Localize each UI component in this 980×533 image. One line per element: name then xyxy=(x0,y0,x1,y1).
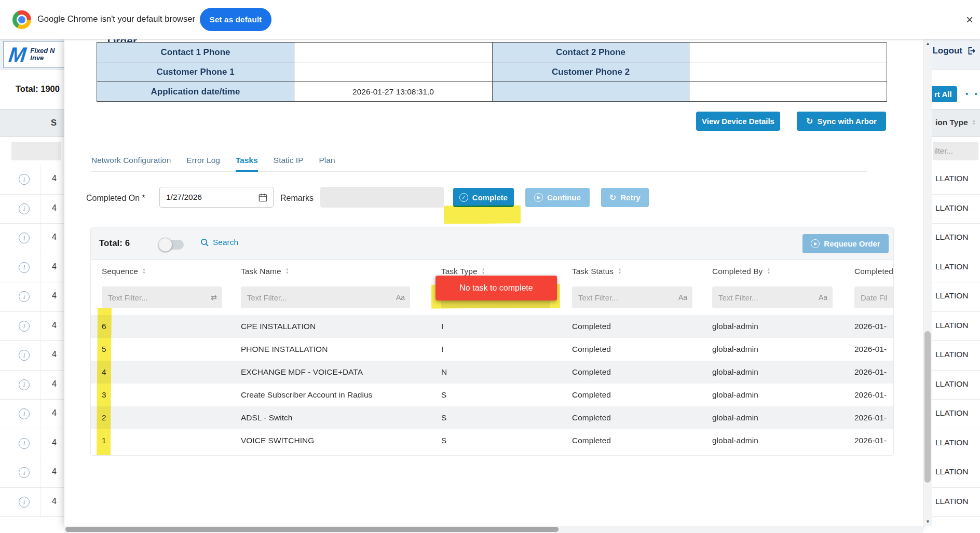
task-row[interactable]: 6 CPE INSTALLATION I Completed global-ad… xyxy=(91,315,893,338)
info-icon[interactable]: i xyxy=(19,497,30,508)
task-status: Completed xyxy=(561,361,701,384)
column-header-completed-by[interactable]: Completed By▲▼ xyxy=(701,260,843,282)
task-completed-on: 2026-01- xyxy=(843,406,894,429)
column-header-task-name[interactable]: Task Name▲▼ xyxy=(230,260,430,282)
play-icon: ▶ xyxy=(811,239,820,248)
chrome-icon xyxy=(12,10,31,29)
tab-bar: Network Configuration Error Log Tasks St… xyxy=(91,156,867,172)
horizontal-scrollbar-thumb[interactable] xyxy=(65,527,559,532)
complete-button[interactable]: ✓ Complete xyxy=(453,188,514,207)
background-cell-left: 4 xyxy=(52,203,57,213)
background-cell-left: 4 xyxy=(52,321,57,330)
background-cell-left: 4 xyxy=(52,467,57,476)
task-row[interactable]: 5 PHONE INSTALLATION I Completed global-… xyxy=(91,338,893,361)
background-cell-left: 4 xyxy=(52,497,57,506)
view-device-details-button[interactable]: View Device Details xyxy=(696,112,780,131)
info-icon[interactable]: i xyxy=(19,438,30,449)
continue-button[interactable]: ▶ Continue xyxy=(525,188,590,207)
background-cell-left: 4 xyxy=(52,438,57,447)
export-all-button[interactable]: rt All xyxy=(929,86,957,102)
info-icon[interactable]: i xyxy=(19,408,30,419)
filter-options-icon[interactable]: ⇄ xyxy=(211,293,217,302)
highlight-complete-button xyxy=(444,205,521,224)
tab-error-log[interactable]: Error Log xyxy=(186,156,220,172)
search-icon xyxy=(200,238,209,247)
background-filter-input-right[interactable]: ilter... xyxy=(933,142,978,160)
filter-completed-by[interactable]: Text Filter...Aa xyxy=(712,286,833,308)
filter-toggle[interactable] xyxy=(160,240,184,250)
task-sequence: 2 xyxy=(91,406,230,429)
retry-button[interactable]: ↻ Retry xyxy=(601,188,649,207)
background-cell-right: LLATION xyxy=(935,262,968,271)
column-header-sequence[interactable]: Sequence▲▼ xyxy=(91,260,230,282)
sync-icon: ↻ xyxy=(806,117,813,126)
filter-task-name[interactable]: Text Filter...Aa xyxy=(241,286,410,308)
completed-on-input[interactable]: 1/27/2026 xyxy=(159,187,274,208)
detail-label: Customer Phone 1 xyxy=(97,62,294,82)
menu-dots-icon[interactable]: • • xyxy=(965,89,979,98)
task-sequence: 1 xyxy=(91,429,230,452)
tab-network-configuration[interactable]: Network Configuration xyxy=(91,156,171,172)
sync-with-arbor-button[interactable]: ↻ Sync with Arbor xyxy=(797,112,886,131)
set-as-default-button[interactable]: Set as default xyxy=(200,8,271,31)
order-modal: Order Contact 1 Phone Contact 2 Phone Cu… xyxy=(64,39,923,526)
task-status: Completed xyxy=(561,384,701,406)
filter-task-status[interactable]: Text Filter...Aa xyxy=(572,286,692,308)
info-icon[interactable]: i xyxy=(19,233,30,243)
background-cell-right: LLATION xyxy=(935,379,968,389)
column-header-completed-on[interactable]: Completed▲▼ xyxy=(843,260,894,282)
close-icon[interactable]: × xyxy=(960,10,979,29)
vertical-scrollbar[interactable]: ▲ ▼ xyxy=(923,39,932,526)
info-icon[interactable]: i xyxy=(19,203,30,214)
filter-sequence[interactable]: Text Filter...⇄ xyxy=(102,286,222,308)
task-sequence: 5 xyxy=(91,338,230,361)
background-cell-right: LLATION xyxy=(935,203,968,213)
task-sequence: 6 xyxy=(91,315,230,338)
tab-tasks[interactable]: Tasks xyxy=(236,156,258,172)
task-completed-on: 2026-01- xyxy=(843,361,894,384)
task-row[interactable]: 1 VOICE SWITCHING S Completed global-adm… xyxy=(91,429,893,452)
retry-icon: ↻ xyxy=(609,194,616,202)
task-status: Completed xyxy=(561,315,701,338)
remarks-input[interactable] xyxy=(320,187,444,208)
filter-completed-on[interactable]: Date Fil xyxy=(854,286,894,308)
tab-static-ip[interactable]: Static IP xyxy=(274,156,304,172)
tab-plan[interactable]: Plan xyxy=(319,156,335,172)
vertical-scrollbar-thumb[interactable] xyxy=(924,331,931,483)
task-status: Completed xyxy=(561,429,701,452)
background-cell-left: 4 xyxy=(52,262,57,271)
search-button[interactable]: Search xyxy=(200,238,238,247)
tasks-total: Total: 6 xyxy=(99,238,130,249)
task-completed-by: global-admin xyxy=(701,361,843,384)
column-header-task-status[interactable]: Task Status▲▼ xyxy=(561,260,701,282)
task-row[interactable]: 3 Create Subscriber Account in Radius S … xyxy=(91,384,893,406)
background-filter-input-left[interactable] xyxy=(11,142,61,160)
task-row[interactable]: 2 ADSL - Switch S Completed global-admin… xyxy=(91,406,893,429)
background-column-header-right[interactable]: ion Type ▲▼ xyxy=(935,118,976,127)
scroll-up-arrow-icon[interactable]: ▲ xyxy=(923,41,932,46)
info-icon[interactable]: i xyxy=(19,379,30,390)
task-completed-by: global-admin xyxy=(701,338,843,361)
detail-value xyxy=(294,62,493,82)
horizontal-scrollbar[interactable] xyxy=(64,526,923,533)
highlight-sequence-column xyxy=(97,308,112,456)
sort-icon: ▲▼ xyxy=(142,268,146,275)
info-icon[interactable]: i xyxy=(19,350,30,361)
info-icon[interactable]: i xyxy=(19,291,30,302)
background-cell-right: LLATION xyxy=(935,321,968,330)
background-column-header-left[interactable]: S xyxy=(51,118,57,128)
task-completed-on: 2026-01- xyxy=(843,338,894,361)
info-icon[interactable]: i xyxy=(19,467,30,478)
info-icon[interactable]: i xyxy=(19,174,30,185)
calendar-icon[interactable] xyxy=(258,193,268,202)
info-icon[interactable]: i xyxy=(19,321,30,332)
task-type: I xyxy=(430,315,561,338)
requeue-order-button[interactable]: ▶ Requeue Order xyxy=(802,234,889,253)
task-completed-by: global-admin xyxy=(701,315,843,338)
scroll-down-arrow-icon[interactable]: ▼ xyxy=(923,519,932,524)
remarks-label: Remarks xyxy=(280,192,314,204)
info-icon[interactable]: i xyxy=(19,262,30,273)
logout-button[interactable]: Logout xyxy=(932,46,976,56)
task-row[interactable]: 4 EXCHANGE MDF - VOICE+DATA N Completed … xyxy=(91,361,893,384)
detail-label: Customer Phone 2 xyxy=(493,62,689,82)
